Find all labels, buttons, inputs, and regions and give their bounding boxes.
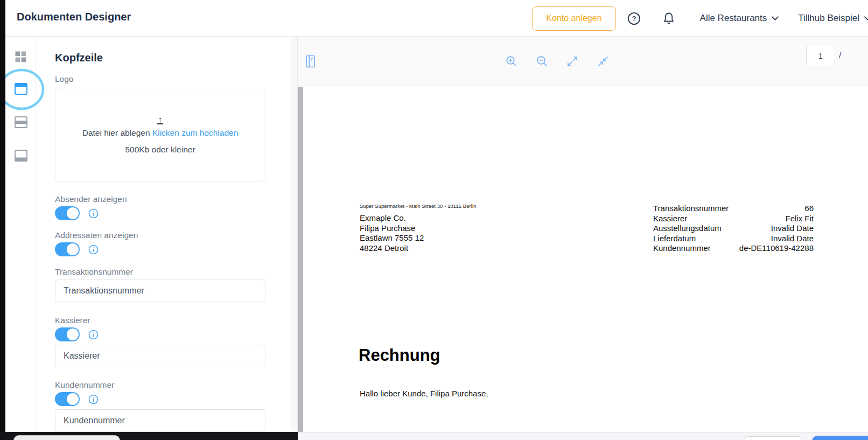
chevron-down-icon xyxy=(772,16,779,20)
kassierer-label: Kassierer xyxy=(55,315,265,326)
zoom-out-icon[interactable] xyxy=(536,55,549,70)
app-header: Dokumenten Designer Konto anlegen ? Alle… xyxy=(5,0,868,37)
section-rail xyxy=(5,37,36,432)
document-sender-line: Super Supermarket - Main Street 30 - 101… xyxy=(360,204,476,209)
kassierer-toggle[interactable] xyxy=(55,327,80,341)
upload-size-hint: 500Kb oder kleiner xyxy=(125,145,195,155)
grid-icon xyxy=(15,51,26,62)
info-icon[interactable] xyxy=(88,394,99,404)
header-section-icon xyxy=(15,83,27,95)
sidebar-item-footer-section[interactable] xyxy=(5,149,36,163)
footer-section-icon xyxy=(15,150,27,162)
bottom-sheet xyxy=(0,432,298,440)
transaktionsnummer-label: Transaktionsnummer xyxy=(55,267,265,277)
body-section-icon xyxy=(15,116,27,128)
kundennummer-toggle[interactable] xyxy=(55,392,80,406)
viewer-canvas[interactable]: Super Supermarket - Main Street 30 - 101… xyxy=(298,87,868,432)
document-details-block: Transaktionsnummer66 KassiererFelix Fit … xyxy=(653,204,814,254)
document-greeting: Hallo lieber Kunde, Filipa Purchase, xyxy=(360,389,488,398)
sidebar-item-body-section[interactable] xyxy=(5,115,36,129)
addressaten-toggle[interactable] xyxy=(55,242,80,256)
sidebar-item-header-section[interactable] xyxy=(5,82,36,96)
document-recipient-block: Exmaple Co. Filipa Purchase Eastlawn 755… xyxy=(360,213,424,253)
upload-link[interactable]: Klicken zum hochladen xyxy=(152,128,238,137)
expand-icon[interactable] xyxy=(566,55,579,70)
notifications-icon[interactable] xyxy=(662,11,675,25)
info-icon[interactable] xyxy=(88,330,99,340)
restaurant-dropdown-label: Alle Restaurants xyxy=(700,13,767,24)
absender-label: Absender anzeigen xyxy=(55,194,265,205)
logo-label: Logo xyxy=(55,74,265,85)
kundennummer-label: Kundennummer xyxy=(55,380,265,390)
account-dropdown[interactable]: Tillhub Beispiel xyxy=(798,13,868,24)
sidebar-item-overview[interactable] xyxy=(5,50,36,64)
logo-dropzone[interactable]: ↑ Datei hier ablegen Klicken zum hochlad… xyxy=(55,88,265,181)
panel-divider xyxy=(291,37,298,440)
page-number-input[interactable]: 1 xyxy=(806,45,835,66)
document-viewer: 1 / Super Supermarket - Main Street 30 -… xyxy=(298,37,868,440)
info-icon[interactable] xyxy=(88,245,99,255)
help-icon[interactable]: ? xyxy=(627,12,641,25)
dropzone-text: Datei hier ablegen xyxy=(82,128,150,137)
absender-toggle[interactable] xyxy=(55,206,80,220)
upload-icon: ↑ xyxy=(157,115,164,124)
addressaten-label: Addressaten anzeigen xyxy=(55,230,265,241)
document-page: Super Supermarket - Main Street 30 - 101… xyxy=(303,87,868,432)
kundennummer-input[interactable] xyxy=(55,409,265,432)
settings-panel: Kopfzeile Logo ↑ Datei hier ablegen Klic… xyxy=(36,37,291,440)
create-account-button[interactable]: Konto anlegen xyxy=(532,6,615,31)
app: Dokumenten Designer Konto anlegen ? Alle… xyxy=(0,0,868,440)
secondary-action-button[interactable] xyxy=(743,436,803,440)
page-title: Dokumenten Designer xyxy=(17,11,131,23)
primary-action-button[interactable] xyxy=(812,436,868,440)
thumbnails-panel-icon[interactable] xyxy=(304,54,317,71)
screen-edge xyxy=(0,0,5,440)
transaktionsnummer-input[interactable] xyxy=(55,280,265,302)
info-icon[interactable] xyxy=(88,208,99,219)
document-title: Rechnung xyxy=(359,346,440,365)
kassierer-input[interactable] xyxy=(55,345,265,367)
chevron-down-icon xyxy=(864,16,868,20)
bottom-sheet-button[interactable] xyxy=(13,435,120,440)
account-dropdown-label: Tillhub Beispiel xyxy=(798,13,859,24)
viewer-toolbar: 1 / xyxy=(298,37,868,86)
collapse-icon[interactable] xyxy=(597,55,610,70)
header-actions: Konto anlegen ? Alle Restaurants Tillhub… xyxy=(532,0,868,37)
svg-text:?: ? xyxy=(632,15,636,23)
footer-action-bar xyxy=(298,432,868,440)
zoom-in-icon[interactable] xyxy=(505,55,518,70)
page-separator: / xyxy=(839,51,841,60)
restaurant-dropdown[interactable]: Alle Restaurants xyxy=(700,13,779,24)
panel-title: Kopfzeile xyxy=(55,51,265,65)
